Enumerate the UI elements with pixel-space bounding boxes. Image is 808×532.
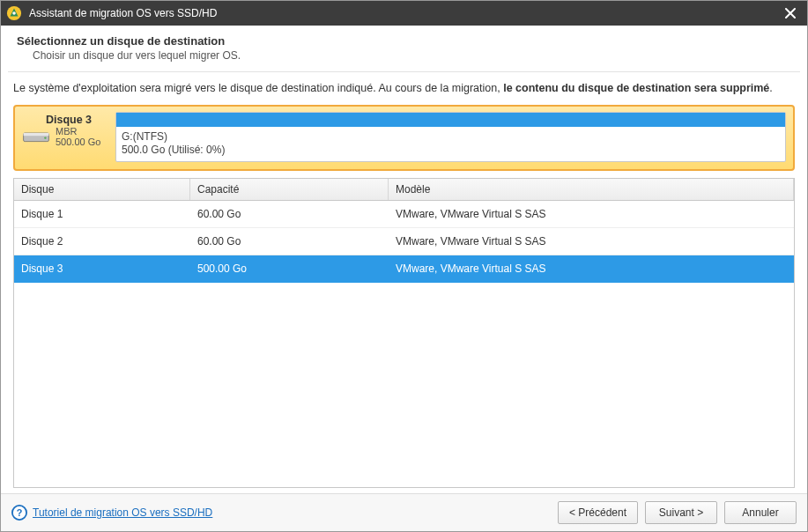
- cancel-button[interactable]: Annuler: [724, 501, 797, 524]
- col-header-model[interactable]: Modèle: [389, 179, 794, 200]
- cell-capacity: 60.00 Go: [190, 201, 389, 227]
- page-heading: Sélectionnez un disque de destination: [17, 34, 791, 48]
- cell-disk: Disque 1: [14, 201, 190, 227]
- disk-card-left: Disque 3 MBR 500.00 Go: [22, 112, 115, 162]
- cell-model: VMware, VMware Virtual S SAS: [389, 228, 794, 255]
- svg-point-4: [44, 137, 46, 138]
- close-icon[interactable]: [779, 4, 802, 23]
- cell-model: VMware, VMware Virtual S SAS: [389, 201, 794, 227]
- table-header: Disque Capacité Modèle: [14, 179, 794, 201]
- warning-text: Le système d'exploitation sera migré ver…: [13, 81, 795, 96]
- col-header-disk[interactable]: Disque: [14, 179, 190, 200]
- partition-detail: 500.0 Go (Utilisé: 0%): [122, 144, 780, 158]
- disk-scheme: MBR: [56, 126, 100, 137]
- cell-model: VMware, VMware Virtual S SAS: [389, 255, 794, 282]
- help-link[interactable]: Tutoriel de migration OS vers SSD/HD: [33, 506, 212, 519]
- cell-disk: Disque 3: [14, 255, 190, 282]
- table-row[interactable]: Disque 2 60.00 Go VMware, VMware Virtual…: [14, 228, 794, 255]
- titlebar: Assistant de migration OS vers SSD/HD: [1, 1, 807, 26]
- wizard-header: Sélectionnez un disque de destination Ch…: [1, 26, 807, 71]
- cell-capacity: 60.00 Go: [190, 228, 389, 255]
- cell-disk: Disque 2: [14, 228, 190, 255]
- help-area: ? Tutoriel de migration OS vers SSD/HD: [11, 505, 551, 521]
- footer: ? Tutoriel de migration OS vers SSD/HD <…: [1, 493, 807, 531]
- prev-button[interactable]: < Précédent: [558, 501, 638, 524]
- disk-size: 500.00 Go: [56, 137, 100, 147]
- svg-text:?: ?: [17, 507, 23, 518]
- svg-point-1: [12, 11, 16, 15]
- disk-card-right: G:(NTFS) 500.0 Go (Utilisé: 0%): [115, 112, 786, 162]
- disk-table: Disque Capacité Modèle Disque 1 60.00 Go…: [13, 178, 795, 488]
- wizard-window: Assistant de migration OS vers SSD/HD Sé…: [0, 0, 808, 532]
- hard-drive-icon: [22, 129, 50, 144]
- partition-info: G:(NTFS) 500.0 Go (Utilisé: 0%): [116, 127, 785, 161]
- disk-name: Disque 3: [22, 114, 115, 126]
- window-title: Assistant de migration OS vers SSD/HD: [29, 7, 779, 19]
- table-row[interactable]: Disque 3 500.00 Go VMware, VMware Virtua…: [14, 255, 794, 283]
- page-subheading: Choisir un disque dur vers lequel migrer…: [33, 49, 791, 62]
- app-icon: [6, 5, 22, 21]
- partition-bar: [116, 113, 785, 127]
- selected-disk-card: Disque 3 MBR 500.00 Go: [13, 105, 795, 171]
- col-header-capacity[interactable]: Capacité: [190, 179, 389, 200]
- warning-prefix: Le système d'exploitation sera migré ver…: [13, 82, 503, 94]
- table-row[interactable]: Disque 1 60.00 Go VMware, VMware Virtual…: [14, 201, 794, 228]
- warning-bold: le contenu du disque de destination sera…: [503, 82, 769, 94]
- partition-label: G:(NTFS): [122, 130, 780, 144]
- cell-capacity: 500.00 Go: [190, 255, 389, 282]
- svg-rect-3: [24, 133, 49, 136]
- help-icon[interactable]: ?: [11, 505, 27, 521]
- content-area: Le système d'exploitation sera migré ver…: [1, 72, 807, 493]
- next-button[interactable]: Suivant >: [645, 501, 717, 524]
- warning-suffix: .: [769, 82, 772, 94]
